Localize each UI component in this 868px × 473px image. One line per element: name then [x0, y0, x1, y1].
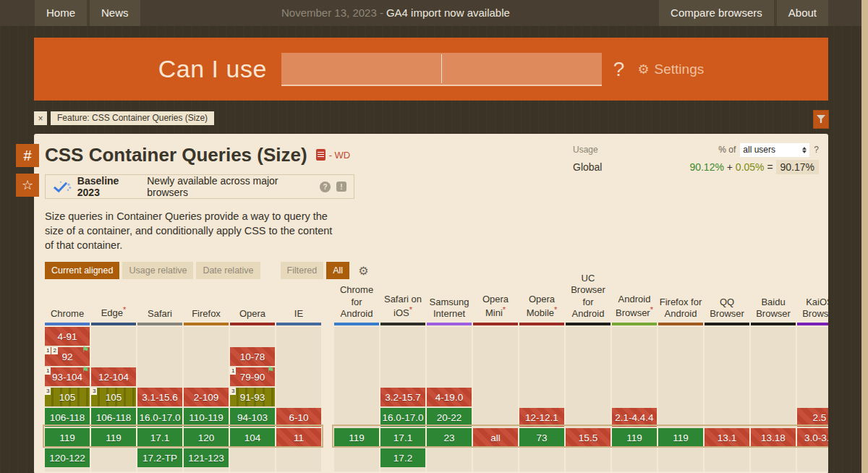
support-cell[interactable]: 79-901⚑ — [230, 367, 275, 386]
browser-header[interactable]: Baidu Browser — [751, 285, 796, 323]
browser-header[interactable]: Safari — [137, 285, 182, 323]
support-cell[interactable]: 1053 — [91, 388, 136, 406]
support-cell[interactable]: 93-1041⚑ — [45, 367, 90, 386]
baseline-help-icon[interactable]: ? — [320, 182, 330, 192]
browser-header[interactable]: UC Browser for Android — [566, 285, 610, 323]
favorite-star-button[interactable]: ☆ — [16, 174, 39, 197]
support-cell[interactable]: 20-22 — [427, 408, 472, 427]
browser-version-list: 3.2-15.716.0-17.017.117.2 — [380, 327, 425, 472]
nav-about-button[interactable]: About — [777, 0, 828, 26]
support-cell[interactable]: 13.1 — [705, 428, 749, 447]
nav-home-button[interactable]: Home — [35, 0, 87, 26]
support-cell[interactable]: 2.1-4.4.4 — [612, 408, 657, 427]
table-settings-gear-icon[interactable]: ⚙ — [358, 264, 368, 278]
support-cell[interactable]: 106-118 — [91, 408, 136, 427]
support-cell[interactable]: 11 — [276, 428, 321, 447]
support-cell[interactable]: 120-122 — [45, 448, 90, 467]
nav-news-button[interactable]: News — [90, 0, 140, 26]
close-icon[interactable]: × — [34, 111, 47, 125]
news-link[interactable]: GA4 import now available — [386, 7, 510, 19]
filtered-button[interactable]: Filtered — [281, 262, 324, 279]
support-cell[interactable]: 1053 — [45, 388, 90, 406]
browser-header[interactable]: Opera Mobile* — [519, 285, 564, 323]
support-cell[interactable]: 17.2-TP — [137, 448, 182, 467]
support-cell[interactable]: 17.1 — [137, 428, 182, 447]
browser-header[interactable]: Chrome for Android — [334, 285, 379, 323]
nav-compare-browsers-button[interactable]: Compare browsers — [659, 0, 774, 26]
browser-color-bar — [380, 323, 425, 325]
support-cell[interactable]: all — [473, 428, 518, 447]
support-cell[interactable]: 23 — [427, 428, 472, 447]
spec-document-icon[interactable] — [316, 149, 326, 161]
support-cell[interactable]: 10-78 — [230, 347, 275, 366]
search-help-icon[interactable]: ? — [613, 58, 625, 81]
support-cell[interactable]: 16.0-17.0 — [137, 408, 182, 427]
spec-status[interactable]: - WD — [329, 150, 351, 161]
support-cell[interactable]: 12-104 — [91, 367, 136, 386]
baseline-subtitle: Newly available across major browsers — [147, 175, 314, 198]
page-scrollbar[interactable] — [861, 0, 868, 473]
support-cell[interactable]: 3.0-3.1 — [797, 428, 828, 447]
browser-header[interactable]: IE — [276, 285, 321, 323]
note-asterisk: * — [123, 305, 126, 314]
browser-header[interactable]: Firefox — [184, 285, 229, 323]
browser-version-list: 12-1041053106-118119 — [91, 327, 136, 472]
all-button[interactable]: All — [326, 262, 349, 279]
active-filters-row: × Feature: CSS Container Queries (Size) — [34, 111, 214, 125]
support-cell[interactable]: 9212⚑ — [45, 347, 90, 366]
usage-help-icon[interactable]: ? — [814, 145, 819, 155]
support-cell[interactable]: 2.5 — [797, 408, 828, 427]
usage-select[interactable]: all users — [740, 143, 809, 157]
support-cell[interactable]: 73 — [519, 428, 564, 447]
support-cell[interactable]: 119 — [658, 428, 703, 447]
support-cell[interactable]: 4-19.0 — [427, 388, 472, 406]
browser-header[interactable]: Samsung Internet — [427, 285, 472, 323]
support-cell[interactable]: 12-12.1 — [519, 408, 564, 427]
support-cell[interactable]: 3.2-15.7 — [380, 388, 425, 406]
support-cell[interactable]: 2-109 — [184, 388, 229, 406]
feature-description: Size queries in Container Queries provid… — [45, 209, 337, 252]
support-cell[interactable]: 121-123 — [184, 448, 229, 467]
support-cell[interactable]: 120 — [184, 428, 229, 447]
support-cell[interactable]: 17.1 — [380, 428, 425, 447]
support-cell[interactable]: 15.5 — [566, 428, 610, 447]
support-cell[interactable]: 106-118 — [45, 408, 90, 427]
browser-header[interactable]: QQ Browser — [705, 285, 749, 323]
support-cell[interactable]: 91-933 — [230, 388, 275, 406]
browser-color-bar — [519, 323, 564, 325]
support-cell[interactable]: 104 — [230, 428, 275, 447]
browser-header[interactable]: Safari on iOS* — [380, 285, 425, 323]
support-cell[interactable]: 4-91 — [45, 327, 90, 346]
support-cell[interactable]: 119 — [45, 428, 90, 447]
browser-header[interactable]: Firefox for Android — [658, 285, 703, 323]
support-cell[interactable]: 16.0-17.0 — [380, 408, 425, 427]
browser-header[interactable]: Android Browser* — [612, 285, 657, 323]
browser-header[interactable]: Chrome — [45, 285, 90, 323]
support-cell[interactable]: 6-10 — [276, 408, 321, 427]
baseline-check-icon — [53, 180, 72, 193]
gear-icon[interactable]: ⚙ — [637, 61, 649, 77]
view-date-relative-button[interactable]: Date relative — [196, 262, 260, 279]
view-usage-relative-button[interactable]: Usage relative — [122, 262, 193, 279]
browser-header[interactable]: KaiOS Browser — [797, 285, 828, 323]
permalink-hash-button[interactable]: # — [16, 144, 39, 167]
browser-header[interactable]: Opera Mini* — [473, 285, 518, 323]
support-cell[interactable]: 119 — [91, 428, 136, 447]
settings-button[interactable]: Settings — [655, 61, 705, 77]
support-cell[interactable]: 119 — [612, 428, 657, 447]
support-cell[interactable]: 94-103 — [230, 408, 275, 427]
browser-header[interactable]: Edge* — [91, 285, 136, 323]
filter-button[interactable] — [813, 110, 829, 129]
browser-version-list: 119 — [658, 327, 703, 472]
view-current-aligned-button[interactable]: Current aligned — [45, 262, 119, 279]
support-cell[interactable]: 110-119 — [184, 408, 229, 427]
support-cell[interactable]: 13.18 — [751, 428, 796, 447]
browser-header[interactable]: Opera — [230, 285, 275, 323]
support-cell[interactable]: 3.1-15.6 — [137, 388, 182, 406]
support-cell[interactable]: 119 — [334, 428, 379, 447]
support-cell[interactable]: 17.2 — [380, 448, 425, 467]
browser-column: Opera10-7879-901⚑91-93394-103104 — [230, 285, 275, 472]
baseline-feedback-icon[interactable]: ! — [336, 182, 346, 192]
feature-tag: Feature: CSS Container Queries (Size) — [51, 111, 214, 125]
search-input[interactable] — [281, 53, 602, 85]
